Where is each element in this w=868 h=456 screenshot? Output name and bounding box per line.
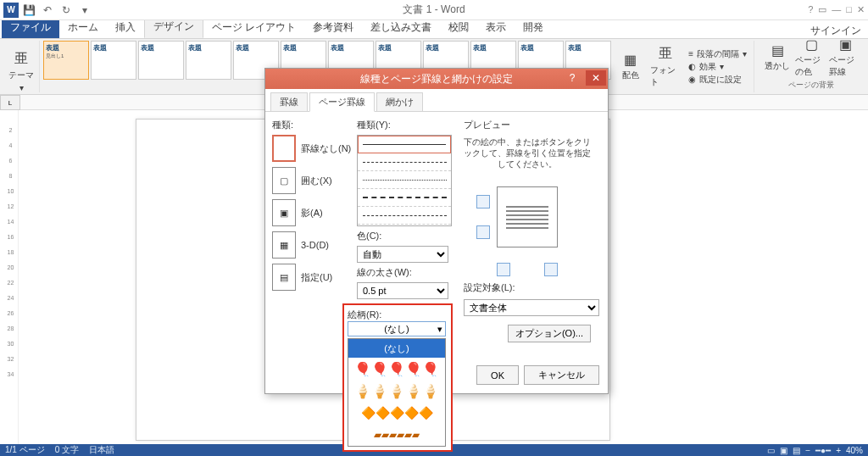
setting-custom-icon: ▤ — [272, 264, 296, 291]
preview-column: プレビュー 下の絵の中、またはボタンをクリックして、罫線を引く位置を指定してくだ… — [464, 119, 591, 353]
line-style-item[interactable] — [358, 136, 451, 153]
preview-page[interactable] — [497, 186, 558, 247]
dialog-tab-borders[interactable]: 罫線 — [270, 92, 308, 111]
dialog-tab-shading[interactable]: 網かけ — [376, 92, 423, 111]
effects-button[interactable]: ◐効果 ▾ — [688, 61, 747, 73]
preview-frame — [476, 178, 578, 254]
preview-top-border-toggle[interactable] — [476, 195, 490, 209]
style-set-item[interactable]: 表題 — [186, 41, 231, 80]
art-dropdown-list[interactable]: (なし) 🎈🎈🎈🎈🎈 🍦🍦🍦🍦🍦 🔶🔶🔶🔶🔶 ▰▰▰▰▰▰ — [348, 338, 446, 447]
art-option-none[interactable]: (なし) — [348, 339, 445, 358]
style-set-item[interactable]: 表題見出し1 — [43, 41, 89, 80]
art-label: 絵柄(R): — [348, 309, 448, 321]
line-style-item[interactable] — [358, 189, 451, 207]
qat-customize-icon[interactable]: ▾ — [76, 2, 93, 19]
maximize-icon[interactable]: □ — [846, 4, 852, 15]
word-icon: W — [3, 3, 19, 18]
close-icon[interactable]: ✕ — [857, 4, 865, 15]
dialog-tab-page-border[interactable]: ページ罫線 — [309, 92, 375, 112]
colors-button[interactable]: ▦ 配色 — [615, 41, 647, 92]
preview-bottom-border-toggle[interactable] — [476, 225, 490, 239]
paragraph-spacing-button[interactable]: ≡段落の間隔 ▾ — [688, 48, 747, 60]
watermark-button[interactable]: ▤透かし — [761, 36, 793, 78]
dialog-title: 線種とページ罫線と網かけの設定 — [360, 72, 513, 86]
art-option-pattern[interactable]: 🍦🍦🍦🍦🍦 — [348, 380, 445, 402]
setting-box-icon: ▢ — [272, 167, 296, 194]
line-style-item[interactable] — [358, 153, 451, 171]
status-word-count[interactable]: 0 文字 — [55, 444, 79, 456]
setting-list: 罫線なし(N) ▢囲む(X) ▣影(A) ▦3-D(D) ▤指定(U) — [272, 135, 352, 291]
art-option-pattern[interactable]: 🎈🎈🎈🎈🎈 — [348, 358, 445, 380]
art-option-pattern[interactable]: 🔶🔶🔶🔶🔶 — [348, 402, 445, 424]
dialog-help-icon[interactable]: ? — [562, 70, 582, 86]
ok-button[interactable]: OK — [476, 365, 519, 385]
options-button[interactable]: オプション(O)... — [508, 325, 591, 342]
setting-shadow-icon: ▣ — [272, 199, 296, 226]
vertical-ruler: 246810121416182022242628303234 — [3, 110, 19, 444]
themes-button[interactable]: 亜 テーマ ▾ — [7, 52, 36, 91]
set-default-button[interactable]: ◉既定に設定 — [688, 74, 747, 86]
quick-access-toolbar: W 💾 ↶ ↻ ▾ — [0, 2, 93, 19]
save-icon[interactable]: 💾 — [20, 2, 37, 19]
apply-to-select[interactable]: 文書全体 — [464, 299, 599, 316]
art-combo[interactable]: (なし)▾ — [348, 321, 446, 336]
width-select[interactable]: 0.5 pt — [357, 282, 448, 299]
color-label: 色(C): — [357, 230, 459, 242]
zoom-out-icon[interactable]: − — [805, 446, 810, 455]
preview-left-border-toggle[interactable] — [497, 263, 510, 276]
style-label: 種類(Y): — [357, 119, 459, 131]
chevron-down-icon: ▾ — [19, 83, 24, 92]
line-style-item[interactable] — [358, 207, 451, 225]
setting-3d-icon: ▦ — [272, 231, 296, 259]
view-print-layout-icon[interactable]: ▭ — [767, 446, 775, 455]
fonts-icon: 亜 — [659, 45, 672, 63]
page-borders-button[interactable]: ▣ページ罫線 — [829, 36, 861, 78]
line-style-item[interactable] — [358, 171, 451, 189]
ribbon-tabs: ファイル ホーム 挿入 デザイン ページ レイアウト 参考資料 差し込み文書 校… — [0, 20, 868, 39]
page-background-group: ▤透かし ▢ページの色 ▣ページ罫線 ページの背景 — [758, 41, 865, 92]
setting-none-icon — [272, 135, 296, 162]
cancel-button[interactable]: キャンセル — [524, 365, 599, 385]
setting-custom[interactable]: ▤指定(U) — [272, 264, 352, 291]
watermark-icon: ▤ — [771, 42, 784, 58]
status-page-count[interactable]: 1/1 ページ — [5, 444, 45, 456]
setting-3d[interactable]: ▦3-D(D) — [272, 231, 352, 259]
view-web-layout-icon[interactable]: ▤ — [793, 446, 800, 455]
tab-selector[interactable]: L — [0, 95, 20, 110]
setting-box[interactable]: ▢囲む(X) — [272, 167, 352, 194]
line-style-list[interactable] — [357, 135, 452, 226]
ribbon-display-icon[interactable]: ▭ — [818, 4, 826, 15]
zoom-in-icon[interactable]: + — [836, 446, 841, 455]
help-icon[interactable]: ? — [808, 4, 813, 15]
status-language[interactable]: 日本語 — [89, 444, 114, 456]
dialog-title-bar: 線種とページ罫線と網かけの設定 ? ✕ — [265, 69, 608, 89]
fonts-button[interactable]: 亜 フォント — [650, 41, 682, 92]
zoom-level[interactable]: 40% — [846, 446, 863, 455]
page-color-icon: ▢ — [805, 36, 818, 53]
style-set-item[interactable]: 表題 — [91, 41, 136, 80]
chevron-down-icon: ▾ — [437, 324, 442, 335]
preview-label: プレビュー — [464, 119, 591, 131]
preview-right-border-toggle[interactable] — [544, 263, 558, 276]
dialog-tabs: 罫線 ページ罫線 網かけ — [265, 89, 608, 112]
effects-icon: ◐ — [688, 62, 696, 71]
colors-icon: ▦ — [624, 52, 637, 68]
art-option-pattern[interactable]: ▰▰▰▰▰▰ — [348, 424, 445, 446]
setting-shadow[interactable]: ▣影(A) — [272, 199, 352, 226]
view-read-mode-icon[interactable]: ▣ — [780, 446, 787, 455]
setting-none[interactable]: 罫線なし(N) — [272, 135, 352, 162]
minimize-icon[interactable]: — — [832, 4, 841, 15]
dialog-close-icon[interactable]: ✕ — [586, 70, 606, 86]
setting-label: 種類: — [272, 119, 352, 131]
redo-icon[interactable]: ↻ — [58, 2, 75, 19]
window-controls: ? ▭ — □ ✕ — [808, 4, 865, 15]
color-select[interactable]: 自動 — [357, 246, 448, 263]
formatting-options: ≡段落の間隔 ▾ ◐効果 ▾ ◉既定に設定 — [685, 41, 750, 92]
page-color-button[interactable]: ▢ページの色 — [795, 36, 827, 78]
zoom-slider[interactable]: ━●━ — [815, 446, 831, 455]
setting-column: 種類: 罫線なし(N) ▢囲む(X) ▣影(A) ▦3-D(D) ▤指定(U) — [272, 119, 352, 353]
undo-icon[interactable]: ↶ — [39, 2, 56, 19]
preview-hint: 下の絵の中、またはボタンをクリックして、罫線を引く位置を指定してください。 — [464, 136, 591, 170]
paragraph-spacing-icon: ≡ — [688, 49, 693, 58]
style-set-item[interactable]: 表題 — [138, 41, 184, 80]
